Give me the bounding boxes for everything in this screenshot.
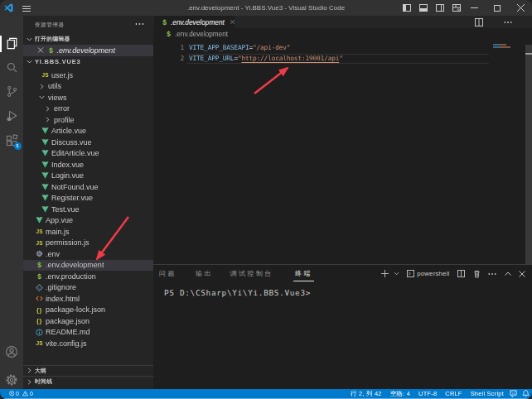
tree-item-main-js[interactable]: JS main.js <box>23 226 153 238</box>
tree-item-label: package-lock.json <box>46 305 105 314</box>
open-editors-header[interactable]: 打开的编辑器 <box>23 34 153 46</box>
outline-section-header[interactable]: 大纲 <box>23 365 153 377</box>
explorer-icon[interactable] <box>0 32 23 55</box>
tree-item-error[interactable]: error <box>23 103 153 115</box>
icon-glyph <box>6 85 18 98</box>
tree-item-editarticle-vue[interactable]: EditArticle.vue <box>23 148 153 160</box>
tree-item-test-vue[interactable]: Test.vue <box>23 204 153 215</box>
bottom-panel: 问题 输出 调试控制台 终端 powershell PS D:\CSharp\Y… <box>153 264 532 389</box>
settings-gear-icon[interactable] <box>0 368 23 392</box>
breadcrumb[interactable]: $ .env.development <box>153 28 532 40</box>
search-icon[interactable] <box>0 56 23 79</box>
editor-more-actions-icon[interactable] <box>504 21 512 24</box>
tree-item-package-json[interactable]: {} package.json <box>23 315 153 327</box>
split-terminal-icon[interactable] <box>457 270 465 277</box>
tree-item-article-vue[interactable]: Article.vue <box>23 126 153 137</box>
extensions-icon[interactable]: 1 <box>0 128 23 151</box>
tree-item-utils[interactable]: utils <box>23 81 153 93</box>
language-mode[interactable]: Shell Script <box>471 390 504 397</box>
encoding[interactable]: UTF-8 <box>418 390 437 397</box>
icon-glyph <box>6 37 18 50</box>
tree-item-label: App.vue <box>46 216 73 224</box>
terminal-dropdown-chevron-icon[interactable] <box>394 272 399 276</box>
warning-count[interactable]: 0 <box>30 391 33 397</box>
tree-item-vite-config-js[interactable]: JS vite.config.js <box>23 338 153 349</box>
tree-item-discuss-vue[interactable]: Discuss.vue <box>23 137 153 148</box>
root-folder-header[interactable]: YI.BBS.VUE3 <box>23 56 153 68</box>
gear-file-icon <box>36 250 43 257</box>
tree-item-permission-js[interactable]: JS permission.js <box>23 238 153 249</box>
env-file-icon: $ <box>161 18 168 26</box>
tree-item-label: profile <box>54 116 75 124</box>
source-control-icon[interactable] <box>0 80 23 103</box>
tab-debug-console[interactable]: 调试控制台 <box>230 265 273 282</box>
tree-item-label: main.js <box>46 228 70 236</box>
minimize-button[interactable] <box>462 0 486 16</box>
tree-item-app-vue[interactable]: App.vue <box>23 215 153 227</box>
tree-item-profile[interactable]: profile <box>23 114 153 126</box>
customize-layout-icon[interactable] <box>452 4 461 12</box>
tab-problems[interactable]: 问题 <box>159 265 177 282</box>
tree-item-readme-md[interactable]: README.md <box>23 327 153 339</box>
tree-item--env[interactable]: .env <box>23 248 153 260</box>
code-line-1: VITE_APP_BASEAPI="/api-dev" <box>189 43 290 54</box>
chevron-down-icon <box>26 58 33 65</box>
toggle-secondary-sidebar-icon[interactable] <box>436 4 444 12</box>
tree-item-login-vue[interactable]: Login.vue <box>23 171 153 182</box>
notifications-bell-icon[interactable] <box>522 390 530 397</box>
tree-item-register-vue[interactable]: Register.vue <box>23 193 153 204</box>
toggle-panel-icon[interactable] <box>419 4 428 12</box>
maximize-panel-icon[interactable] <box>505 272 511 276</box>
url-link[interactable]: http://localhost:19001/api <box>241 55 339 62</box>
open-editor-item[interactable]: $ .env.development <box>23 45 153 56</box>
error-count[interactable]: 0 <box>16 391 19 397</box>
icon-slot <box>36 328 43 336</box>
tree-item--gitignore[interactable]: .gitignore <box>23 282 153 294</box>
panel-more-actions-icon[interactable] <box>488 272 496 276</box>
kill-terminal-icon[interactable] <box>473 270 481 278</box>
close-panel-icon[interactable] <box>519 271 525 277</box>
new-terminal-icon[interactable] <box>381 270 389 277</box>
close-window-button[interactable] <box>509 0 532 16</box>
account-icon[interactable] <box>0 340 23 363</box>
cursor-position[interactable]: 行 2, 列 42 <box>351 390 382 398</box>
tree-item-label: .gitignore <box>46 283 76 291</box>
shell-picker[interactable]: powershell <box>407 270 449 277</box>
tree-item--env-development[interactable]: $ .env.development <box>23 260 153 272</box>
tab-label: .env.development <box>171 18 225 26</box>
terminal-prompt[interactable]: PS D:\CSharp\Yi\Yi.BBS.Vue3> <box>164 288 311 297</box>
tree-item-label: utils <box>48 82 61 90</box>
tree-item-index-vue[interactable]: Index.vue <box>23 159 153 171</box>
tree-item--env-production[interactable]: $ .env.production <box>23 271 153 282</box>
tree-item-notfound-vue[interactable]: NotFound.vue <box>23 181 153 193</box>
icon-slot <box>38 94 46 102</box>
code-editor[interactable]: 1 VITE_APP_BASEAPI="/api-dev" 2 VITE_APP… <box>153 40 532 264</box>
tree-item-views[interactable]: views <box>23 92 153 103</box>
warnings-icon <box>22 391 28 397</box>
terminal-icon <box>407 270 414 277</box>
token-string: " <box>339 55 343 62</box>
run-and-debug-icon[interactable] <box>0 104 23 127</box>
panel-actions: powershell <box>381 265 525 282</box>
tree-item-label: Discuss.vue <box>51 138 92 147</box>
close-tab-icon[interactable] <box>230 19 235 25</box>
chevron-right-icon <box>26 367 33 374</box>
js-file-icon: JS <box>36 339 43 348</box>
feedback-icon[interactable] <box>510 390 517 397</box>
toggle-sidebar-icon[interactable] <box>403 4 411 12</box>
tree-item-user-js[interactable]: JS user.js <box>23 70 153 81</box>
tab-env-development[interactable]: $ .env.development <box>154 16 235 28</box>
indentation[interactable]: 空格: 4 <box>390 390 410 398</box>
timeline-section-header[interactable]: 时间线 <box>23 376 153 387</box>
close-icon[interactable] <box>37 47 44 53</box>
tree-item-package-lock-json[interactable]: {} package-lock.json <box>23 305 153 316</box>
tab-terminal[interactable]: 终端 <box>295 265 312 282</box>
tree-item-index-html[interactable]: index.html <box>23 293 153 305</box>
tab-output[interactable]: 输出 <box>196 265 213 282</box>
split-editor-icon[interactable] <box>475 18 483 26</box>
maximize-button[interactable] <box>486 0 509 16</box>
editor-scrollbar[interactable] <box>525 45 532 264</box>
eol-sequence[interactable]: CRLF <box>445 390 462 397</box>
tree-item-label: permission.js <box>46 238 89 247</box>
more-actions-icon[interactable] <box>135 22 144 26</box>
